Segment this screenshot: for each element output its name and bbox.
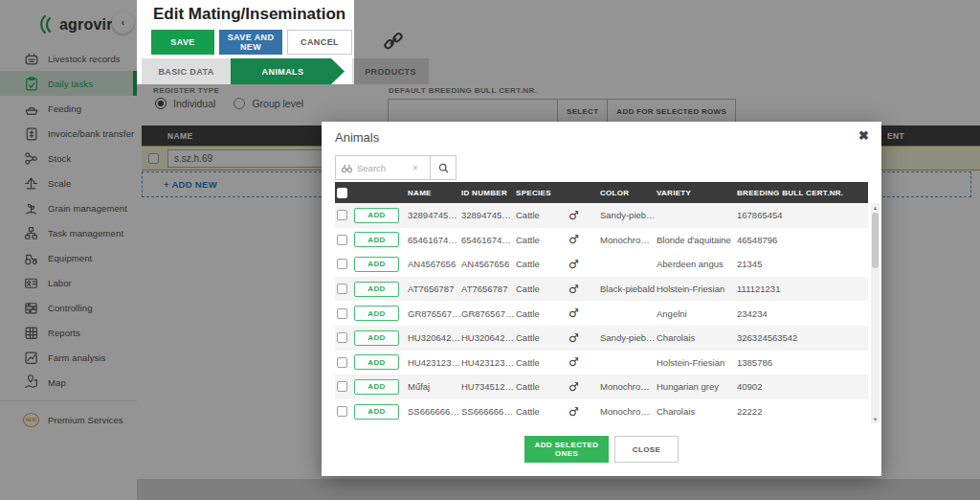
save-button[interactable]: SAVE — [151, 30, 214, 55]
animal-row: ADDSS6666666661SS6666666661Cattle♂Monoch… — [335, 399, 868, 424]
cell-variety: Charolais — [657, 406, 737, 417]
modal-title: Animals — [335, 130, 379, 145]
close-button[interactable]: CLOSE — [614, 436, 679, 463]
cell-color: Black-piebald — [600, 284, 657, 294]
cell-name: HU4231232112 — [408, 357, 461, 368]
add-selected-ones-button[interactable]: ADD SELECTED ONES — [524, 436, 609, 463]
column-header-id-number: ID NUMBER — [461, 189, 516, 197]
cell-name: AT7656787 — [408, 284, 461, 294]
column-header-color: COLOR — [600, 189, 657, 197]
cell-breeding-bull-cert: 111121231 — [737, 284, 868, 294]
male-icon: ♂ — [568, 405, 600, 419]
add-button[interactable]: ADD — [354, 232, 399, 247]
add-button[interactable]: ADD — [354, 404, 399, 420]
row-checkbox[interactable] — [337, 381, 347, 392]
search-input[interactable] — [357, 163, 412, 173]
cancel-button[interactable]: CANCEL — [287, 30, 352, 55]
cell-breeding-bull-cert: 46548796 — [737, 235, 868, 245]
cell-breeding-bull-cert: 326324563542 — [737, 332, 868, 343]
cell-species: Cattle — [516, 235, 568, 245]
cell-breeding-bull-cert: 234234 — [737, 308, 868, 319]
add-button[interactable]: ADD — [354, 257, 399, 272]
row-checkbox[interactable] — [337, 284, 347, 294]
tab-basic-data[interactable]: BASIC DATA — [142, 58, 231, 84]
cell-species: Cattle — [516, 332, 568, 343]
add-button[interactable]: ADD — [354, 282, 399, 297]
add-button[interactable]: ADD — [354, 330, 399, 346]
add-button[interactable]: ADD — [354, 379, 399, 395]
cell-color: Monochromati… — [600, 381, 657, 392]
row-checkbox[interactable] — [337, 308, 347, 319]
male-icon: ♂ — [568, 283, 600, 296]
row-checkbox[interactable] — [337, 235, 347, 245]
animal-row: ADDAT7656787AT7656787Cattle♂Black-piebal… — [335, 277, 868, 302]
cell-breeding-bull-cert: 21345 — [737, 259, 868, 269]
cell-id-number: AN4567656 — [461, 259, 516, 269]
row-checkbox[interactable] — [337, 332, 347, 343]
close-icon[interactable]: ✖ — [858, 128, 869, 143]
row-checkbox[interactable] — [337, 406, 347, 417]
scrollbar-thumb[interactable] — [872, 213, 879, 268]
add-button[interactable]: ADD — [354, 354, 399, 370]
column-header-name: NAME — [408, 189, 461, 197]
select-all-checkbox[interactable] — [337, 188, 347, 198]
cell-species: Cattle — [516, 406, 568, 417]
animal-row: ADDAN4567656AN4567656Cattle♂Aberdeen ang… — [335, 252, 868, 277]
row-checkbox[interactable] — [337, 259, 347, 269]
cell-species: Cattle — [516, 259, 568, 269]
cell-id-number: GR876567876 — [461, 308, 516, 319]
search-group: × — [335, 155, 457, 180]
cell-variety: Holstein-Friesian — [657, 284, 737, 294]
row-checkbox[interactable] — [337, 357, 347, 368]
scrollbar[interactable]: ▲ ▼ — [871, 203, 880, 423]
cell-variety: Blonde d'aquitaine — [657, 235, 737, 245]
column-header-breeding-bull-cert: BREEDING BULL CERT.NR. — [737, 189, 868, 197]
cell-color: Sandy-piebald — [600, 332, 657, 343]
male-icon: ♂ — [568, 307, 600, 320]
search-button[interactable] — [431, 155, 457, 180]
cell-breeding-bull-cert: 1385786 — [737, 357, 868, 368]
cell-name: HU3206425412 — [408, 332, 461, 343]
cell-species: Cattle — [516, 381, 568, 392]
cell-id-number: 65461674568 — [461, 235, 516, 245]
scroll-up-icon[interactable]: ▲ — [871, 203, 880, 212]
row-checkbox[interactable] — [337, 210, 347, 220]
cell-species: Cattle — [516, 308, 568, 319]
page: agrovir Livestock recordsDaily tasksFeed… — [0, 0, 980, 500]
cell-variety: Holstein-Friesian — [657, 357, 737, 368]
cell-name: AN4567656 — [408, 259, 461, 269]
scroll-down-icon[interactable]: ▼ — [871, 415, 880, 423]
cell-name: 65461674568 — [408, 235, 461, 245]
animal-row: ADDGR876567876GR876567876Cattle♂Angelni2… — [335, 301, 868, 326]
animal-row: ADDMűfajHU7345120234Cattle♂Monochromati…… — [335, 375, 868, 399]
column-header-variety: VARIETY — [657, 189, 737, 197]
modal-footer: ADD SELECTED ONES CLOSE — [322, 436, 881, 463]
cell-name: 328947456666 — [408, 210, 461, 220]
modal-backdrop-left — [0, 0, 137, 500]
add-button[interactable]: ADD — [354, 306, 399, 321]
search-clear-icon[interactable]: × — [412, 163, 418, 173]
cell-name: Műfaj — [408, 381, 461, 392]
modal-animals-table: NAME ID NUMBER SPECIES SEX COLOR VARIETY… — [335, 182, 868, 423]
cell-id-number: SS6666666661 — [461, 406, 516, 417]
animal-row: ADDHU3206425412HU3206425412Cattle♂Sandy-… — [335, 326, 868, 351]
cell-breeding-bull-cert: 40902 — [737, 381, 868, 392]
cell-color: Sandy-piebald — [600, 210, 657, 220]
cell-species: Cattle — [516, 284, 568, 294]
cell-variety: Hungarian grey — [657, 381, 737, 392]
cell-name: GR876567876 — [408, 308, 461, 319]
add-button[interactable]: ADD — [354, 208, 399, 223]
binoculars-icon — [341, 162, 353, 174]
male-icon: ♂ — [568, 331, 600, 345]
male-icon: ♂ — [568, 355, 600, 369]
cell-name: SS6666666661 — [408, 406, 461, 417]
cell-variety: Aberdeen angus — [657, 259, 737, 269]
column-header-sex: SEX — [568, 189, 600, 197]
cell-breeding-bull-cert: 22222 — [737, 406, 868, 417]
cell-id-number: HU4231232112 — [461, 357, 516, 368]
cell-species: Cattle — [516, 357, 568, 368]
tab-animals[interactable]: ANIMALS — [231, 58, 345, 84]
column-header-species: SPECIES — [516, 189, 568, 197]
animal-row: ADDHU4231232112HU4231232112Cattle♂Holste… — [335, 351, 868, 375]
save-and-new-button[interactable]: SAVE AND NEW — [219, 30, 282, 55]
